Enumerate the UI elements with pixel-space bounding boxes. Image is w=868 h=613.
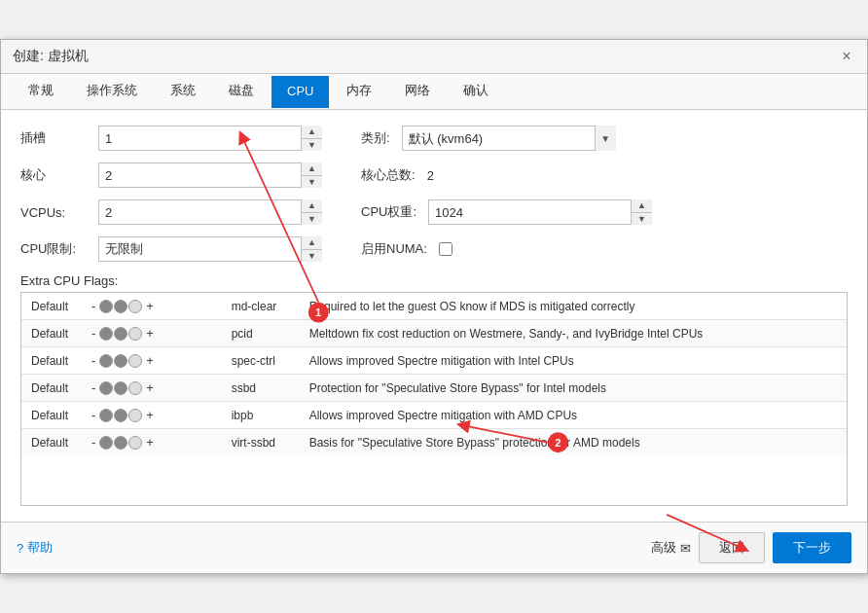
tab-general[interactable]: 常规 xyxy=(13,74,69,109)
tab-confirm[interactable]: 确认 xyxy=(448,74,504,109)
numa-checkbox[interactable] xyxy=(439,242,452,256)
tab-system[interactable]: 系统 xyxy=(155,74,211,109)
advanced-label: 高级 xyxy=(651,539,676,557)
category-select[interactable]: 默认 (kvm64) xyxy=(402,126,616,151)
table-row: Default - + spec-ctrl Allows improved Sp… xyxy=(21,347,847,375)
cpu-limit-up-button[interactable]: ▲ xyxy=(302,236,322,250)
flag-default-4: Default xyxy=(21,402,80,429)
question-icon: ? xyxy=(17,541,23,556)
cancel-button[interactable]: 返回 xyxy=(699,532,765,563)
table-row: Default - + ssbd Protection for "Specula… xyxy=(21,375,847,402)
extra-flags-section: Extra CPU Flags: Default - + xyxy=(20,273,848,506)
cpu-weight-down-button[interactable]: ▼ xyxy=(632,213,652,226)
circle-3-5 xyxy=(128,436,142,450)
cpu-weight-input[interactable] xyxy=(428,199,652,225)
tab-os[interactable]: 操作系统 xyxy=(71,74,153,109)
core-row: 核心 ▲ ▼ 核心总数: 2 xyxy=(20,162,848,188)
socket-input[interactable] xyxy=(98,126,322,151)
flag-toggle-0[interactable]: - + xyxy=(80,293,222,320)
cpu-limit-label: CPU限制: xyxy=(20,240,98,258)
flag-default-2: Default xyxy=(21,347,80,375)
circle-2-0 xyxy=(114,300,127,313)
circle-1-0 xyxy=(99,300,113,313)
category-section: 类别: 默认 (kvm64) ▼ xyxy=(361,126,616,151)
tab-network[interactable]: 网络 xyxy=(389,74,446,109)
toggle-circles-1 xyxy=(99,327,142,341)
circle-1-3 xyxy=(99,381,113,395)
toggle-plus-1[interactable]: + xyxy=(144,326,156,341)
vcpus-down-button[interactable]: ▼ xyxy=(302,213,322,226)
numa-label: 启用NUMA: xyxy=(361,240,427,258)
circle-1-5 xyxy=(99,436,113,450)
cpu-limit-input[interactable] xyxy=(98,236,322,262)
core-up-button[interactable]: ▲ xyxy=(302,162,322,176)
circle-1-1 xyxy=(99,327,113,341)
toggle-minus-5[interactable]: - xyxy=(90,435,97,450)
mail-icon: ✉ xyxy=(680,541,691,556)
circle-2-4 xyxy=(114,409,127,422)
flag-default-3: Default xyxy=(21,375,80,402)
core-input[interactable] xyxy=(98,162,322,188)
toggle-plus-4[interactable]: + xyxy=(144,408,156,422)
socket-row: 插槽 ▲ ▼ 类别: 默认 (kvm64) ▼ xyxy=(20,126,848,151)
flag-default-0: Default xyxy=(21,293,80,320)
cpu-limit-input-wrap: ▲ ▼ xyxy=(98,236,322,262)
socket-input-wrap: ▲ ▼ xyxy=(98,126,322,151)
flag-toggle-1[interactable]: - + xyxy=(80,320,222,347)
circle-3-4 xyxy=(128,409,142,422)
circle-3-3 xyxy=(128,381,142,395)
tab-bar: 常规 操作系统 系统 磁盘 CPU 内存 网络 确认 xyxy=(1,74,867,110)
vcpus-input[interactable] xyxy=(98,199,322,225)
total-cores-section: 核心总数: 2 xyxy=(361,166,434,184)
numa-section: 启用NUMA: xyxy=(361,240,452,258)
toggle-plus-5[interactable]: + xyxy=(144,435,156,450)
window-title: 创建: 虚拟机 xyxy=(13,48,89,65)
circle-2-5 xyxy=(114,436,127,450)
vcpus-row: VCPUs: ▲ ▼ CPU权重: ▲ ▼ xyxy=(20,199,848,225)
main-content: 插槽 ▲ ▼ 类别: 默认 (kvm64) ▼ xyxy=(1,110,867,522)
flag-toggle-4[interactable]: - + xyxy=(80,402,222,429)
flag-toggle-2[interactable]: - + xyxy=(80,347,222,375)
vcpus-up-button[interactable]: ▲ xyxy=(302,199,322,213)
toggle-minus-3[interactable]: - xyxy=(90,380,97,395)
total-cores-label: 核心总数: xyxy=(361,166,416,184)
toggle-circles-0 xyxy=(99,300,142,313)
tab-memory[interactable]: 内存 xyxy=(331,74,387,109)
tab-cpu[interactable]: CPU xyxy=(271,76,329,108)
flag-default-5: Default xyxy=(21,429,80,456)
toggle-plus-0[interactable]: + xyxy=(144,299,156,313)
circle-3-0 xyxy=(128,300,142,313)
circle-3-2 xyxy=(128,354,142,368)
toggle-circles-3 xyxy=(99,381,142,395)
tab-disk[interactable]: 磁盘 xyxy=(213,74,270,109)
toggle-minus-0[interactable]: - xyxy=(90,299,97,313)
toggle-minus-4[interactable]: - xyxy=(90,408,97,422)
socket-up-button[interactable]: ▲ xyxy=(302,126,322,139)
help-button[interactable]: ? 帮助 xyxy=(17,539,53,557)
cpu-limit-down-button[interactable]: ▼ xyxy=(302,250,322,263)
flag-name-1: pcid xyxy=(222,320,300,347)
flag-toggle-3[interactable]: - + xyxy=(80,375,222,402)
close-button[interactable]: × xyxy=(838,48,855,65)
flag-toggle-5[interactable]: - + xyxy=(80,429,222,456)
vcpus-input-wrap: ▲ ▼ xyxy=(98,199,322,225)
circle-3-1 xyxy=(128,327,142,341)
cpu-weight-section: CPU权重: ▲ ▼ xyxy=(361,199,652,225)
core-input-wrap: ▲ ▼ xyxy=(98,162,322,188)
flag-name-0: md-clear xyxy=(222,293,300,320)
core-down-button[interactable]: ▼ xyxy=(302,176,322,189)
toggle-plus-3[interactable]: + xyxy=(144,380,156,395)
toggle-minus-2[interactable]: - xyxy=(90,353,97,368)
flag-desc-4: Allows improved Spectre mitigation with … xyxy=(300,402,847,429)
cpu-weight-up-button[interactable]: ▲ xyxy=(632,199,652,213)
flag-desc-1: Meltdown fix cost reduction on Westmere,… xyxy=(300,320,847,347)
toggle-minus-1[interactable]: - xyxy=(90,326,97,341)
flags-table-wrap[interactable]: Default - + md-clear Required to let the… xyxy=(20,292,848,506)
flag-default-1: Default xyxy=(21,320,80,347)
circle-2-2 xyxy=(114,354,127,368)
extra-flags-title: Extra CPU Flags: xyxy=(20,273,848,288)
toggle-circles-5 xyxy=(99,436,142,450)
toggle-plus-2[interactable]: + xyxy=(144,353,156,368)
confirm-button[interactable]: 下一步 xyxy=(773,532,851,563)
socket-down-button[interactable]: ▼ xyxy=(302,139,322,152)
